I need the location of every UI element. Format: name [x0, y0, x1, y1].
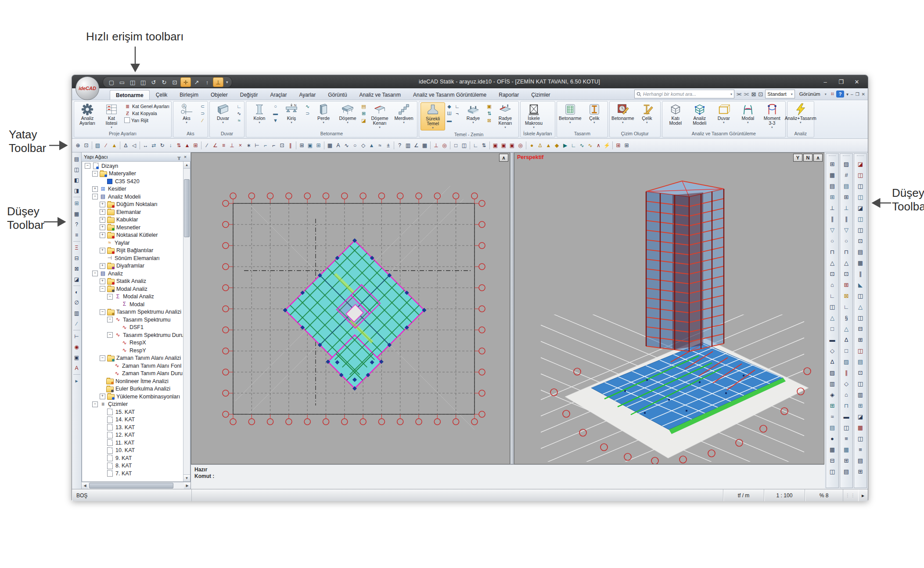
- perspective-canvas[interactable]: [514, 153, 824, 464]
- ribbon-button-kolon[interactable]: Kolon▾: [248, 102, 271, 125]
- right-tool-0-15[interactable]: □: [827, 324, 838, 334]
- collapse-icon[interactable]: −: [107, 317, 113, 322]
- right-tool-0-0[interactable]: ⊞: [827, 159, 838, 170]
- collapse-icon[interactable]: −: [100, 286, 105, 292]
- ribbon-button-aks[interactable]: AAks▾: [175, 102, 198, 125]
- tree-item-zaman-tan-m-alan-analizi[interactable]: −Zaman Tanım Alanı Analizi: [82, 355, 183, 362]
- tree-item-euler-burkulma-analizi[interactable]: Euler Burkulma Analizi: [82, 385, 183, 393]
- expand-icon[interactable]: +: [100, 217, 105, 223]
- tree-item-mesnetler[interactable]: +Mesnetler: [82, 224, 183, 232]
- expand-icon[interactable]: +: [100, 394, 105, 399]
- right-tool-0-2[interactable]: ▤: [827, 181, 838, 192]
- offset-icon[interactable]: ⇄: [150, 141, 158, 150]
- right-tool-0-1[interactable]: ▦: [827, 170, 838, 181]
- help-button[interactable]: ?: [836, 90, 844, 98]
- tree-item-tasar-m-spektrumu[interactable]: −∿Tasarım Spektrumu: [82, 316, 183, 324]
- right-tool-2-18[interactable]: ▤: [855, 357, 866, 367]
- tree-item-kabuklar[interactable]: +Kabuklar: [82, 216, 183, 224]
- right-tool-1-22[interactable]: ⊓: [841, 401, 852, 411]
- 3r-icon[interactable]: ▣: [508, 141, 516, 150]
- pane-splitter[interactable]: [510, 152, 514, 464]
- pin-icon[interactable]: ╥: [176, 154, 182, 159]
- ribbon-small-tool[interactable]: ⇅: [486, 110, 493, 116]
- ribbon-small-tool[interactable]: ≈: [236, 117, 242, 123]
- copy-icon[interactable]: ⊟: [72, 254, 81, 263]
- text-a-icon[interactable]: ∆: [122, 141, 130, 150]
- point-tool-icon[interactable]: ◉: [72, 343, 81, 351]
- angle-icon[interactable]: ∠: [211, 141, 219, 150]
- circle-icon[interactable]: ○: [351, 141, 359, 150]
- right-tool-0-8[interactable]: ⊓: [827, 247, 838, 257]
- select-object-icon[interactable]: ◫: [72, 165, 81, 174]
- right-tool-2-2[interactable]: ◫: [855, 181, 866, 192]
- ribbon-button-merdiven[interactable]: Merdiven▾: [392, 102, 416, 125]
- right-tool-0-23[interactable]: ≈: [827, 412, 838, 422]
- right-tool-1-17[interactable]: □: [841, 346, 852, 356]
- drag-handle[interactable]: [843, 156, 850, 157]
- tree-item-15-kat[interactable]: 15. KAT: [82, 408, 183, 416]
- line-load-icon[interactable]: ▲: [544, 141, 553, 150]
- tree-item-diyaframlar[interactable]: +Diyaframlar: [82, 262, 183, 270]
- tree-item-yaylar[interactable]: ≈Yaylar: [82, 239, 183, 247]
- tab-birle-im[interactable]: Birleşim: [173, 90, 205, 100]
- right-tool-0-25[interactable]: ●: [827, 434, 838, 444]
- ribbon-button-betonarme[interactable]: Betonarme▾: [611, 102, 635, 125]
- perpendicular-icon[interactable]: ⊥: [228, 141, 236, 150]
- right-tool-0-13[interactable]: ◫: [827, 302, 838, 312]
- collapse-icon[interactable]: −: [92, 402, 98, 407]
- right-tool-2-13[interactable]: △: [855, 302, 866, 312]
- wave-icon[interactable]: ≈: [376, 141, 384, 150]
- tree-item-zaman-tan-m-alan-duru[interactable]: ∿Zaman Tanım Alanı Duru: [82, 370, 183, 378]
- right-tool-1-9[interactable]: △: [841, 258, 852, 268]
- expand-icon[interactable]: +: [100, 224, 105, 230]
- right-tool-0-18[interactable]: ∆: [827, 357, 838, 367]
- graph1-icon[interactable]: ∟: [569, 141, 578, 150]
- ribbon-small-tool[interactable]: ⊂: [199, 103, 206, 109]
- tree-item-tasar-m-spektrumu-analizi[interactable]: −Tasarım Spektrumu Analizi: [82, 308, 183, 316]
- measure-icon[interactable]: ▨: [93, 141, 102, 150]
- right-tool-0-7[interactable]: ○: [827, 236, 838, 246]
- command-area[interactable]: Hazır Komut :: [191, 464, 824, 489]
- tab-analiz-ve-tasar-m[interactable]: Analiz ve Tasarım: [353, 90, 407, 100]
- right-tool-0-14[interactable]: △: [827, 313, 838, 323]
- tree-vertical-scrollbar[interactable]: ▲ ▼: [183, 162, 190, 481]
- perspective-view-3d[interactable]: Perspektif YN∧: [514, 152, 824, 464]
- graph3-icon[interactable]: ∿: [586, 141, 594, 150]
- tree-item-12-kat[interactable]: 12. KAT: [82, 431, 183, 439]
- support-icon[interactable]: ⊥: [432, 141, 440, 150]
- tree-horizontal-scrollbar[interactable]: ◀ ▶: [82, 482, 191, 489]
- ribbon-button-kat-listesi[interactable]: Kat listesi▾: [100, 102, 123, 130]
- polygon-icon[interactable]: ◇: [359, 141, 367, 150]
- auto-label-icon[interactable]: A: [72, 364, 81, 373]
- right-tool-1-13[interactable]: ∟: [841, 302, 852, 312]
- collapse-icon[interactable]: −: [100, 309, 105, 315]
- tree-item-elemanlar[interactable]: +Elemanlar: [82, 208, 183, 216]
- tree-item-analiz[interactable]: −▤Analiz: [82, 270, 183, 278]
- expand-icon[interactable]: +: [100, 248, 105, 253]
- right-tool-0-10[interactable]: ⊡: [827, 269, 838, 279]
- right-tool-1-23[interactable]: ▬: [841, 412, 852, 422]
- tree-item-c35-s420[interactable]: C35 S420: [82, 177, 183, 185]
- delete-icon[interactable]: ∅: [72, 298, 81, 307]
- query-icon[interactable]: ?: [72, 220, 81, 229]
- view-button-∧[interactable]: ∧: [813, 154, 823, 162]
- ribbon-button-analiz-tasar-m[interactable]: Analiz+Tasarım▾: [789, 102, 813, 125]
- paste-icon[interactable]: ⊠: [72, 264, 81, 273]
- ribbon-small-yar-rijit[interactable]: Yarı Rijit: [124, 117, 169, 123]
- plan-view-2d[interactable]: ∧: [191, 152, 510, 464]
- ribbon-button-d-eme-kenar[interactable]: Döşeme Kenarı▾: [368, 102, 392, 130]
- right-tool-1-7[interactable]: ○: [841, 236, 852, 246]
- right-tool-0-27[interactable]: ⊟: [827, 456, 838, 466]
- tree-item-dizayn[interactable]: −Dizayn: [82, 162, 183, 170]
- hatch-icon[interactable]: ⊞: [314, 141, 323, 150]
- tree-item-noktasal-k-tleler[interactable]: +Noktasal Kütleler: [82, 232, 183, 239]
- right-tool-1-16[interactable]: ∆: [841, 335, 852, 345]
- scroll-down-icon[interactable]: ▼: [183, 474, 190, 481]
- right-tool-2-5[interactable]: ◫: [855, 214, 866, 224]
- command-search-input[interactable]: Herhangi bir komut ara... ▾: [634, 90, 734, 98]
- snap-icon[interactable]: ∗: [244, 141, 253, 150]
- right-tool-2-12[interactable]: ◫: [855, 291, 866, 301]
- sheet-icon[interactable]: □: [452, 141, 460, 150]
- ribbon-button-kiri[interactable]: NKiriş▾: [280, 102, 303, 125]
- right-tool-1-6[interactable]: ▽: [841, 225, 852, 235]
